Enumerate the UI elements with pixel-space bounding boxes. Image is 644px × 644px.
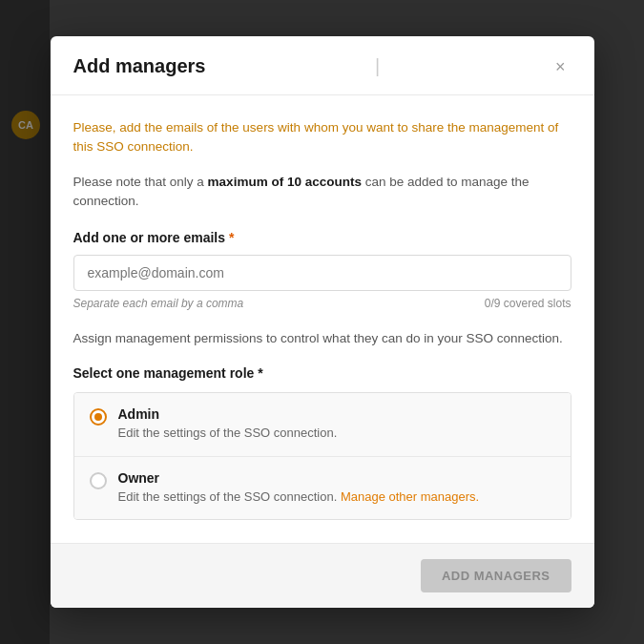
modal-header: Add managers | × [51,36,594,95]
role-option-owner[interactable]: Owner Edit the settings of the SSO conne… [74,457,571,519]
info-secondary-text: Please note that only a maximum of 10 ac… [73,173,571,212]
input-meta: Separate each email by a comma 0/9 cover… [73,297,571,310]
admin-radio[interactable] [90,408,107,426]
slots-count: 0/9 covered slots [485,297,571,310]
permission-text: Assign management permissions to control… [73,329,571,348]
email-field-label: Add one or more emails * [73,230,571,245]
modal-footer: ADD MANAGERS [51,543,594,608]
email-input[interactable] [73,255,571,291]
add-managers-button[interactable]: ADD MANAGERS [421,559,571,592]
email-hint: Separate each email by a comma [73,297,244,310]
role-option-admin[interactable]: Admin Edit the settings of the SSO conne… [74,393,571,456]
admin-role-desc: Edit the settings of the SSO connection. [118,425,338,442]
modal-title: Add managers [73,55,206,77]
admin-role-name: Admin [118,406,338,422]
owner-role-name: Owner [118,470,480,486]
owner-radio[interactable] [90,472,107,489]
add-managers-modal: Add managers | × Please, add the emails … [51,36,594,608]
role-field-label: Select one management role * [73,365,571,381]
modal-body: Please, add the emails of the users with… [51,95,594,520]
owner-role-desc: Edit the settings of the SSO connection.… [118,488,480,506]
info-primary-text: Please, add the emails of the users with… [73,118,571,157]
modal-close-button[interactable]: × [550,56,571,77]
role-options-group: Admin Edit the settings of the SSO conne… [73,392,571,519]
